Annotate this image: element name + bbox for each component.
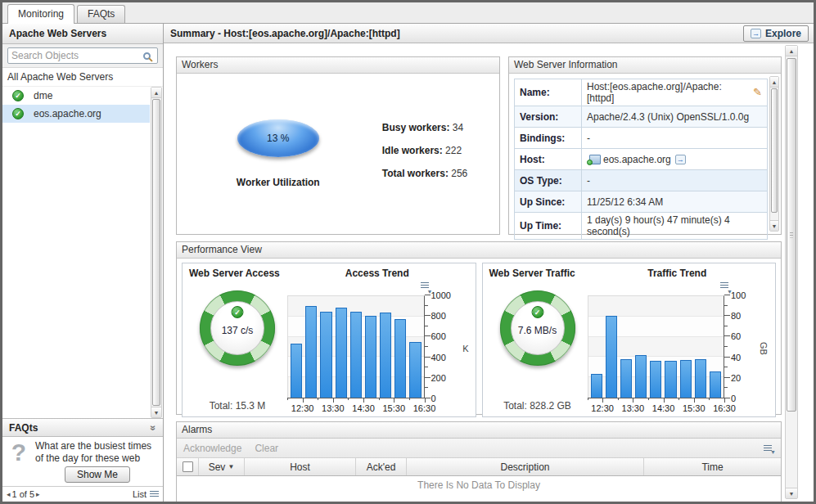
column-label: Time [701, 461, 723, 473]
y-tick [425, 346, 428, 347]
scroll-up-icon[interactable]: ▲ [770, 77, 778, 88]
x-tick [333, 398, 334, 403]
table-options-icon[interactable]: ▼ [764, 443, 774, 453]
faqts-question: What are the busiest times of the day fo… [35, 440, 160, 465]
chart-options-icon[interactable]: ▼ [720, 282, 731, 292]
bar-series [588, 296, 724, 398]
status-ok-icon: ✓ [232, 306, 244, 318]
scrollbar-thumb[interactable] [787, 58, 796, 412]
search-icon[interactable] [143, 52, 151, 60]
show-me-button[interactable]: Show Me [65, 466, 130, 483]
info-row-label: Up Since: [515, 191, 582, 213]
scrollbar-thumb[interactable] [771, 88, 778, 213]
x-tick [618, 398, 619, 400]
tab-monitoring[interactable]: Monitoring [7, 4, 74, 24]
chart-plot-area [588, 295, 725, 398]
info-row-value: 11/25/12 6:34 AM [582, 191, 768, 213]
scrollbar-thumb[interactable] [152, 99, 160, 406]
traffic-group-title: Web Server Traffic [489, 268, 586, 284]
collapse-chevron-icon[interactable]: » [148, 425, 160, 430]
y-tick [425, 377, 431, 378]
acknowledge-button[interactable]: Acknowledge [183, 443, 241, 454]
app-window: Monitoring FAQts Apache Web Servers All … [0, 0, 816, 504]
access-trend-title: Access Trend [286, 268, 469, 284]
y-axis-labels: 02004006008001000 [431, 295, 458, 398]
scroll-down-icon[interactable]: ▼ [770, 220, 778, 231]
search-input[interactable] [8, 49, 143, 62]
select-all-checkbox[interactable] [183, 461, 193, 472]
info-row-label: Name: [515, 79, 582, 106]
x-tick [664, 398, 665, 403]
x-tick-label: 14:30 [652, 403, 675, 413]
server-list-item[interactable]: ✓dme [2, 87, 150, 105]
sidebar-title: Apache Web Servers [2, 24, 163, 44]
main-scrollbar[interactable]: ▲ ▼ [785, 45, 798, 499]
info-row: Bindings:- [515, 128, 768, 149]
status-dot-icon [587, 160, 593, 165]
sidebar-scrollbar[interactable]: ▲ ▼ [151, 87, 162, 418]
column-header-acked[interactable]: Ack'ed [355, 458, 406, 475]
column-header-time[interactable]: Time [643, 458, 781, 475]
y-tick-label: 80 [731, 311, 741, 321]
faqts-header[interactable]: FAQts » [2, 418, 163, 437]
server-name-label: eos.apache.org [34, 108, 101, 119]
bar [591, 374, 602, 398]
alarms-panel-title: Alarms [177, 422, 781, 439]
bar [320, 312, 331, 398]
access-trend-chart: 02004006008001000K12:3013:3014:3015:3016… [286, 284, 469, 413]
app-body: Apache Web Servers All Apache Web Server… [2, 24, 814, 502]
info-row: Version:Apache/2.4.3 (Unix) OpenSSL/1.0.… [515, 106, 768, 128]
scroll-up-icon[interactable]: ▲ [786, 46, 797, 56]
y-tick [724, 357, 730, 358]
info-row-label: Up Time: [515, 213, 582, 240]
alarms-panel: Alarms AcknowledgeClear ▼ Sev▼HostAck'ed… [176, 421, 782, 502]
info-scrollbar[interactable]: ▲ ▼ [769, 76, 779, 232]
explore-button[interactable]: → Explore [743, 25, 809, 42]
column-header-host[interactable]: Host [244, 458, 355, 475]
info-row: OS Type:- [515, 170, 768, 191]
scroll-down-icon[interactable]: ▼ [151, 407, 161, 417]
clear-button[interactable]: Clear [255, 443, 278, 454]
search-row [2, 44, 163, 68]
edit-icon[interactable]: ✎ [753, 88, 762, 97]
x-axis-labels: 12:3013:3014:3015:3016:30 [588, 403, 725, 415]
status-ok-icon: ✓ [531, 306, 543, 318]
info-row-label: OS Type: [515, 170, 582, 191]
worker-utilization-label: Worker Utilization [209, 177, 348, 188]
y-tick [724, 398, 730, 398]
list-view-toggle[interactable]: List [133, 489, 159, 499]
y-tick [724, 305, 728, 306]
x-tick [709, 398, 710, 400]
column-header-description[interactable]: Description [406, 458, 643, 475]
alarms-table-header: Sev▼HostAck'edDescriptionTime [177, 458, 781, 476]
y-tick-label: 40 [731, 353, 741, 362]
tab-faqts[interactable]: FAQts [77, 5, 125, 23]
server-list-item[interactable]: ✓eos.apache.org [2, 105, 150, 123]
info-value-text: 11/25/12 6:34 AM [587, 196, 663, 208]
info-row-label: Host: [515, 149, 582, 170]
server-list: ✓dme✓eos.apache.org ▲ ▼ [2, 86, 163, 418]
x-tick-label: 13:30 [322, 403, 345, 413]
bar [291, 344, 302, 398]
info-row: Up Since:11/25/12 6:34 AM [515, 191, 768, 213]
x-tick [303, 398, 304, 403]
drilldown-icon[interactable]: → [675, 155, 686, 164]
info-value-text: - [587, 175, 590, 187]
x-tick-label: 12:30 [291, 403, 314, 413]
traffic-total: Total: 828.2 GB [503, 400, 571, 413]
info-value-text: Apache/2.4.3 (Unix) OpenSSL/1.0.0g [587, 111, 749, 123]
summary-header: Summary - Host:[eos.apache.org]/Apache:[… [164, 24, 814, 43]
x-axis-ticks [588, 398, 725, 403]
list-view-label: List [133, 489, 147, 499]
column-header-sev[interactable]: Sev▼ [198, 458, 244, 475]
scroll-down-icon[interactable]: ▼ [786, 488, 797, 498]
y-tick [724, 295, 730, 295]
scroll-up-icon[interactable]: ▲ [151, 88, 161, 98]
worker-utilization-value: 13 % [267, 133, 289, 144]
chart-options-icon[interactable]: ▼ [421, 282, 431, 292]
y-axis-ticks [425, 295, 431, 398]
pager-next-icon[interactable]: ▸ [36, 490, 40, 498]
bar [305, 306, 317, 398]
pager-prev-icon[interactable]: ◂ [7, 490, 11, 498]
worker-stat-label: Busy workers: [382, 122, 450, 133]
